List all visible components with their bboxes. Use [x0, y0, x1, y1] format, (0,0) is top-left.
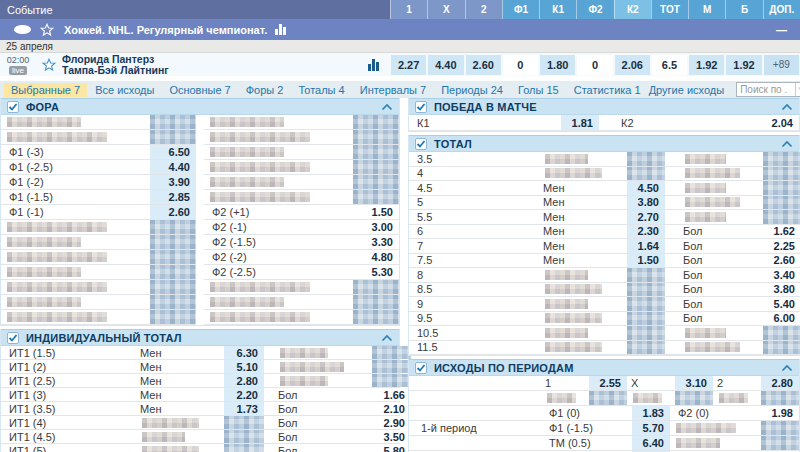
tab-Выбранные 7[interactable]: Выбранные 7 — [4, 83, 87, 97]
odds-value[interactable]: 2.30 — [627, 225, 665, 239]
other-outcomes-link[interactable]: Другие исходы — [649, 84, 725, 96]
match-odds-cell[interactable]: 4.40 — [428, 55, 463, 75]
market-option: Мен — [539, 225, 627, 239]
chevron-up-icon[interactable] — [381, 103, 393, 111]
odds-value[interactable]: 5.40 — [763, 297, 800, 311]
odds-value[interactable]: 5.70 — [632, 421, 670, 435]
odds-value[interactable]: 1.73 — [224, 402, 264, 415]
section-checkbox[interactable] — [7, 101, 19, 113]
favorite-star-icon[interactable] — [40, 23, 54, 37]
odds-value[interactable]: 2.20 — [224, 388, 264, 401]
censored-odds — [150, 130, 196, 144]
total-rows: 3.544.5Мен4.505Мен3.805.5Мен2.706Мен2.30… — [409, 152, 799, 355]
odds-value[interactable]: 2.60 — [763, 254, 800, 268]
odds-value[interactable]: 1.62 — [763, 225, 800, 239]
search-button[interactable] — [795, 83, 800, 96]
market-row: 4 — [409, 167, 799, 182]
odds-value[interactable]: 2.55 — [589, 376, 627, 390]
odds-value[interactable]: 3.90 — [150, 175, 196, 189]
odds-value[interactable]: 3.10 — [675, 376, 713, 390]
odds-value[interactable]: 6.00 — [763, 312, 800, 326]
tab-Форы 2[interactable]: Форы 2 — [239, 83, 291, 97]
odds-value[interactable]: 6.30 — [224, 346, 264, 359]
odds-value[interactable]: 2.70 — [627, 210, 665, 224]
market-row: 5.5Мен2.70 — [409, 210, 799, 225]
censored-odds — [353, 175, 399, 189]
league-row[interactable]: Хоккей. NHL. Регулярный чемпионат. — — [0, 19, 800, 40]
match-odds-cell[interactable]: 0 — [577, 55, 612, 75]
league-collapse-button[interactable]: — — [763, 24, 800, 36]
stats-bars-icon[interactable] — [275, 24, 287, 35]
match-odds-cell[interactable]: +89 — [764, 55, 799, 75]
odds-value[interactable]: 1.81 — [561, 115, 599, 130]
odds-value[interactable]: 2.10 — [372, 402, 411, 415]
odds-value[interactable]: 4.50 — [627, 181, 665, 195]
section-checkbox[interactable] — [415, 362, 427, 374]
odds-value[interactable]: 3.30 — [353, 235, 399, 249]
section-checkbox[interactable] — [415, 138, 427, 150]
odds-value[interactable]: 1.98 — [761, 406, 799, 420]
match-odds-cell[interactable]: 6.5 — [652, 55, 687, 75]
odds-value[interactable]: 1.64 — [627, 239, 665, 253]
tab-Тоталы 4[interactable]: Тоталы 4 — [291, 83, 351, 97]
odds-value[interactable]: 1.66 — [372, 388, 411, 401]
column-header-Ф1: Ф1 — [502, 0, 539, 19]
odds-value[interactable]: 3.80 — [763, 283, 800, 297]
chevron-up-icon[interactable] — [781, 103, 793, 111]
section-checkbox[interactable] — [415, 101, 427, 113]
censored-label — [136, 444, 224, 452]
match-odds-cell[interactable]: 2.06 — [615, 55, 650, 75]
odds-value[interactable]: 5.80 — [372, 444, 411, 452]
odds-value[interactable]: 6.40 — [632, 436, 670, 450]
match-row: 02:00 live Флорида Пантерз Тампа-Бэй Лай… — [0, 53, 800, 76]
tab-Основные 7[interactable]: Основные 7 — [162, 83, 237, 97]
team-home[interactable]: Флорида Пантерз — [62, 54, 368, 65]
tab-Голы 15[interactable]: Голы 15 — [511, 83, 566, 97]
team-names[interactable]: Флорида Пантерз Тампа-Бэй Лайтнинг — [62, 54, 368, 76]
team-away[interactable]: Тампа-Бэй Лайтнинг — [62, 65, 368, 76]
odds-value[interactable]: 3.80 — [627, 196, 665, 210]
censored-odds — [763, 341, 800, 355]
match-odds-cell[interactable]: 0 — [503, 55, 538, 75]
odds-value[interactable]: 3.00 — [353, 220, 399, 234]
odds-value[interactable]: 2.04 — [761, 115, 799, 130]
match-odds-cell[interactable]: 1.92 — [689, 55, 724, 75]
section-checkbox[interactable] — [7, 332, 19, 344]
odds-value[interactable]: 2.85 — [150, 190, 196, 204]
match-odds-cell[interactable]: 2.60 — [466, 55, 501, 75]
market-row: 1-й периодФ1 (-1.5)5.70 — [409, 421, 799, 436]
odds-value[interactable]: 5.30 — [353, 265, 399, 279]
chevron-up-icon[interactable] — [781, 364, 793, 372]
odds-value[interactable]: 3.40 — [763, 268, 800, 282]
chevron-up-icon[interactable] — [781, 140, 793, 148]
match-odds-cell[interactable]: 1.92 — [726, 55, 761, 75]
odds-value[interactable]: 1.50 — [353, 205, 399, 219]
odds-value[interactable]: 2.90 — [372, 416, 411, 429]
search-input[interactable] — [737, 84, 795, 95]
favorite-star-icon[interactable] — [42, 58, 56, 72]
odds-value[interactable]: 1.83 — [632, 406, 670, 420]
odds-value[interactable]: 4.40 — [150, 160, 196, 174]
odds-value[interactable]: 2.80 — [224, 374, 264, 387]
match-odds-cell[interactable]: 2.27 — [391, 55, 426, 75]
odds-value[interactable]: 4.80 — [353, 250, 399, 264]
chevron-up-icon[interactable] — [381, 334, 393, 342]
market-row: Ф1 (-2.5)4.40 — [1, 160, 196, 175]
odds-value[interactable]: 1.50 — [627, 254, 665, 268]
odds-value[interactable]: 3.50 — [372, 430, 411, 443]
league-title[interactable]: Хоккей. NHL. Регулярный чемпионат. — [64, 24, 267, 36]
tab-Интервалы 7[interactable]: Интервалы 7 — [353, 83, 433, 97]
odds-value[interactable]: 6.50 — [150, 145, 196, 159]
column-header-X: X — [427, 0, 464, 19]
odds-value[interactable]: 5.10 — [224, 360, 264, 373]
tab-Статистика 1[interactable]: Статистика 1 — [567, 83, 648, 97]
tab-Все исходы[interactable]: Все исходы — [88, 83, 161, 97]
match-stats-icon[interactable] — [368, 59, 380, 71]
odds-value[interactable]: 2.25 — [763, 239, 800, 253]
odds-value[interactable]: 2.80 — [761, 376, 799, 390]
market-option: 1 — [541, 376, 589, 390]
market-label: Ф1 (-1) — [1, 205, 150, 219]
tab-Периоды 24[interactable]: Периоды 24 — [434, 83, 510, 97]
odds-value[interactable]: 2.60 — [150, 205, 196, 219]
match-odds-cell[interactable]: 1.80 — [540, 55, 575, 75]
